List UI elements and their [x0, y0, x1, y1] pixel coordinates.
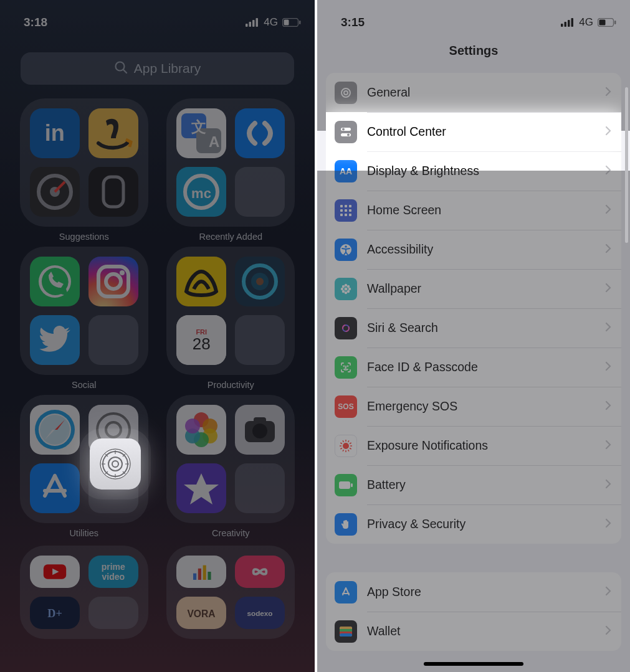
settings-row-label: Wallpaper [367, 282, 605, 296]
app-more[interactable] [235, 315, 285, 365]
battery-icon [335, 474, 357, 496]
app-prime video[interactable]: primevideo [88, 556, 138, 588]
app-camera[interactable] [235, 405, 285, 455]
svg-point-89 [345, 291, 347, 293]
app-safari[interactable] [30, 405, 80, 455]
grid-icon [335, 199, 357, 222]
status-bar: 3:18 4G [0, 0, 315, 36]
svg-line-105 [348, 450, 350, 452]
app-app d[interactable]: sodexo [235, 597, 285, 629]
svg-point-100 [344, 366, 345, 366]
svg-point-93 [347, 285, 350, 287]
app-disney+[interactable]: D+ [30, 597, 80, 629]
signal-icon [246, 18, 259, 27]
app-camera-like[interactable] [235, 257, 285, 306]
folder-recently added[interactable]: 文Amc [166, 98, 295, 227]
folder-productivity[interactable]: FRI28 [166, 247, 295, 375]
app-instagram[interactable] [88, 257, 138, 306]
app-whatsapp[interactable] [30, 257, 80, 306]
svg-line-107 [343, 450, 344, 452]
app-more[interactable] [235, 167, 285, 217]
settings-screen: 3:15 4G Settings General Control Center [317, 0, 630, 672]
settings-row-home-screen[interactable]: Home Screen [326, 191, 621, 230]
svg-line-114 [350, 443, 351, 444]
app-youtube[interactable] [30, 556, 80, 588]
app-linkedin[interactable]: in [30, 108, 80, 158]
svg-rect-2 [252, 20, 255, 27]
app-library-search[interactable]: App Library [21, 52, 294, 85]
settings-row-general[interactable]: General [326, 73, 621, 112]
chevron-right-icon [605, 244, 611, 256]
app-more[interactable] [235, 463, 285, 513]
svg-rect-49 [208, 572, 211, 580]
svg-rect-116 [351, 483, 353, 487]
AA-icon: AA [335, 160, 357, 182]
battery-icon [282, 18, 301, 27]
svg-rect-121 [340, 633, 352, 637]
app-calendar[interactable]: FRI28 [176, 315, 226, 365]
app-more[interactable] [88, 315, 138, 365]
svg-rect-41 [254, 417, 266, 424]
hand-icon [335, 513, 357, 536]
app-measure[interactable] [30, 167, 80, 217]
settings-row-display-brightness[interactable]: AA Display & Brightness [326, 151, 621, 191]
settings-row-label: Control Center [367, 125, 605, 139]
search-icon [114, 60, 128, 77]
status-time: 3:15 [341, 16, 365, 29]
settings-row-wallet[interactable]: Wallet [326, 612, 621, 651]
settings-row-label: Wallet [367, 624, 605, 638]
svg-point-92 [342, 285, 345, 287]
app-google translate[interactable]: 文A [176, 108, 226, 158]
folder-partial[interactable]: VORAsodexo [166, 546, 295, 639]
settings-row-label: Accessibility [367, 242, 605, 257]
app-imovie[interactable] [176, 463, 226, 513]
svg-point-101 [348, 366, 348, 366]
app-mobilecare[interactable]: mc [176, 167, 226, 217]
svg-point-22 [120, 270, 125, 275]
chevron-right-icon [605, 518, 611, 531]
settings-app-highlighted[interactable] [90, 438, 141, 490]
svg-rect-84 [345, 214, 347, 216]
settings-row-exposure-notifications[interactable]: Exposure Notifications [326, 426, 621, 465]
svg-point-32 [106, 422, 121, 437]
app-basecamp[interactable] [176, 257, 226, 306]
gear-icon [335, 82, 357, 104]
settings-row-battery[interactable]: Battery [326, 465, 621, 504]
settings-row-siri-search[interactable]: Siri & Search [326, 308, 621, 348]
chevron-right-icon [605, 361, 611, 374]
app-twitter[interactable] [30, 315, 80, 365]
folder-partial[interactable]: primevideoD+ [20, 546, 148, 639]
app-app store[interactable] [30, 463, 80, 513]
svg-point-96 [345, 287, 348, 290]
app-app b[interactable] [235, 556, 285, 588]
app-amazon[interactable] [88, 108, 138, 158]
app-photos[interactable] [176, 405, 226, 455]
folder-social[interactable] [20, 247, 148, 375]
app-app c[interactable]: VORA [176, 597, 226, 629]
settings-row-accessibility[interactable]: Accessibility [326, 230, 621, 269]
svg-rect-1 [249, 22, 252, 27]
app-watch[interactable] [88, 167, 138, 217]
gear-icon [97, 445, 134, 483]
app-more[interactable] [88, 597, 138, 629]
toggles-icon [335, 121, 357, 143]
folder-label: Utilities [16, 528, 152, 538]
folder-suggestions[interactable]: in [20, 98, 148, 227]
svg-rect-5 [284, 20, 289, 26]
status-bar: 3:15 4G [317, 0, 630, 36]
settings-row-privacy-security[interactable]: Privacy & Security [326, 504, 621, 544]
scrollbar[interactable] [625, 87, 628, 243]
home-indicator[interactable] [424, 662, 523, 666]
folder-creativity[interactable] [166, 395, 295, 523]
app-shazam[interactable] [235, 108, 285, 158]
settings-row-label: Exposure Notifications [367, 438, 605, 453]
svg-point-40 [252, 424, 267, 438]
app-app a[interactable] [176, 556, 226, 588]
settings-row-app-store[interactable]: App Store [326, 572, 621, 612]
settings-row-control-center[interactable]: Control Center [326, 112, 621, 151]
settings-row-faceid-passcode[interactable]: Face ID & Passcode [326, 348, 621, 387]
svg-line-111 [343, 440, 344, 442]
settings-row-wallpaper[interactable]: Wallpaper [326, 269, 621, 308]
chevron-right-icon [605, 400, 611, 413]
settings-row-emergency-sos[interactable]: SOS Emergency SOS [326, 387, 621, 426]
